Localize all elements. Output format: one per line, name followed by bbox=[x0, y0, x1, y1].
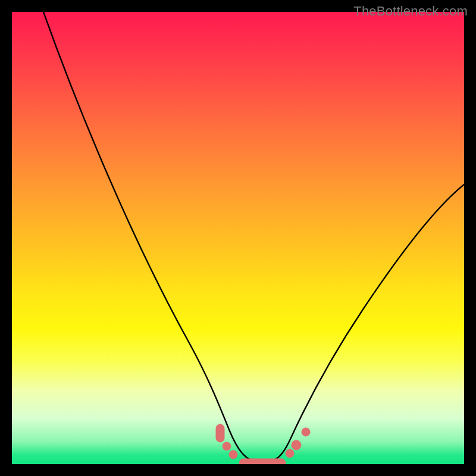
watermark-text: TheBottleneck.com bbox=[353, 4, 468, 19]
marker-dot bbox=[223, 442, 231, 450]
marker-dot bbox=[302, 428, 310, 436]
bottleneck-curve bbox=[43, 12, 464, 463]
chart-frame: TheBottleneck.com bbox=[0, 0, 476, 476]
chart-plot-area bbox=[12, 12, 464, 464]
curve-layer bbox=[12, 12, 464, 464]
marker-capsule bbox=[239, 459, 286, 464]
marker-dot bbox=[216, 424, 224, 442]
marker-dot bbox=[286, 449, 294, 458]
marker-dot bbox=[292, 440, 301, 450]
marker-dot bbox=[229, 450, 237, 459]
